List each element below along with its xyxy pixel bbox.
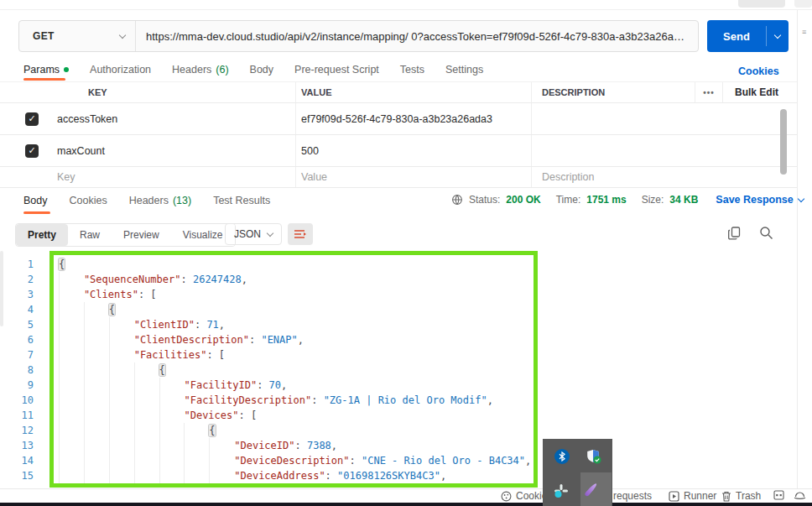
more-actions-icon[interactable]: •••	[695, 82, 722, 102]
pane-divider	[797, 10, 798, 488]
line-number: 13	[0, 438, 45, 453]
more-options-icon[interactable]: ≡	[802, 30, 809, 34]
line-number: 10	[0, 393, 45, 408]
tab-response-body[interactable]: Body	[23, 195, 48, 206]
tab-test-results[interactable]: Test Results	[213, 195, 270, 206]
url-text: https://mma-dev.cloud.studio/api/v2/inst…	[146, 30, 688, 43]
tab-settings[interactable]: Settings	[445, 64, 483, 76]
tab-test-results-label: Test Results	[213, 195, 270, 206]
trash-button[interactable]: Trash	[721, 490, 761, 502]
copy-response-button[interactable]	[728, 227, 741, 240]
save-response-button[interactable]: Save Response	[716, 194, 803, 206]
code-line: 13"DeviceID": 7388,	[0, 438, 789, 453]
tab-prerequest-script[interactable]: Pre-request Script	[294, 64, 379, 76]
param-description[interactable]	[531, 135, 695, 166]
bootcamp-button[interactable]	[794, 490, 806, 500]
line-number: 5	[0, 317, 45, 332]
code-line: 15"DeviceAddress": "01698126SKYB4C3",	[0, 468, 789, 483]
param-value-placeholder[interactable]: Value	[295, 167, 531, 187]
send-options-button[interactable]	[767, 35, 789, 38]
response-tabs: Body Cookies Headers (13) Test Results	[23, 195, 270, 206]
send-button[interactable]: Send	[707, 20, 789, 52]
runner-button[interactable]: Runner	[669, 490, 716, 502]
tab-headers[interactable]: Headers (6)	[172, 64, 229, 76]
tab-response-body-label: Body	[23, 195, 48, 206]
status-label: Status:	[469, 194, 500, 206]
tab-headers-label: Headers	[172, 64, 211, 76]
code-line: 9"FacilityID": 70,	[0, 378, 789, 393]
method-label: GET	[33, 30, 55, 42]
param-row: maxCount 500	[0, 135, 797, 167]
send-label: Send	[707, 30, 766, 43]
tab-tests[interactable]: Tests	[400, 64, 424, 76]
param-row: accessToken ef79f09d-526f-4c79-830a-a3b2…	[0, 103, 797, 135]
tab-settings-label: Settings	[445, 64, 483, 76]
view-tab-raw[interactable]: Raw	[68, 224, 112, 246]
status-value: 200 OK	[506, 194, 540, 206]
tab-body-label: Body	[250, 64, 274, 76]
param-value[interactable]: 500	[295, 135, 531, 166]
param-description-placeholder[interactable]: Description	[531, 167, 695, 187]
time-value: 1751 ms	[586, 194, 626, 206]
param-key[interactable]: accessToken	[52, 113, 295, 125]
params-header-row: KEY VALUE DESCRIPTION ••• Bulk Edit	[0, 81, 797, 103]
request-tabs: Params Authorization Headers (6) Body Pr…	[23, 64, 483, 76]
helmet-icon	[794, 490, 806, 500]
chevron-down-icon	[267, 229, 273, 236]
cookie-icon	[501, 491, 512, 502]
param-key-placeholder[interactable]: Key	[52, 171, 295, 183]
view-tab-preview[interactable]: Preview	[112, 224, 171, 246]
col-header-value: VALUE	[295, 82, 531, 102]
code-line: 6"ClientDescription": "ENAP",	[0, 332, 789, 347]
security-shield-icon[interactable]	[586, 449, 602, 465]
response-body-code[interactable]: 1{2"SequenceNumber": 26247428,3"Clients"…	[0, 257, 789, 483]
tray-hover-highlight	[580, 472, 612, 506]
line-number: 12	[0, 423, 45, 438]
tab-response-cookies[interactable]: Cookies	[70, 195, 107, 206]
code-line: 8{	[0, 363, 789, 378]
checkbox-checked-icon[interactable]	[25, 112, 39, 126]
capture-requests-button[interactable]: requests	[613, 490, 652, 502]
param-description[interactable]	[531, 103, 695, 134]
line-number: 7	[0, 347, 45, 363]
params-green-dot-icon	[64, 67, 69, 72]
code-line: 4{	[0, 302, 789, 317]
slack-icon[interactable]	[554, 483, 569, 498]
capture-requests-label: requests	[613, 490, 652, 502]
response-view-tabs: Pretty Raw Preview Visualize	[15, 223, 236, 247]
tab-response-headers[interactable]: Headers (13)	[129, 195, 191, 206]
param-key[interactable]: maxCount	[52, 145, 295, 157]
code-line: 2"SequenceNumber": 26247428,	[0, 272, 789, 287]
tab-authorization[interactable]: Authorization	[90, 64, 151, 76]
active-tab-underline	[23, 211, 50, 214]
line-number: 6	[0, 332, 45, 347]
bluetooth-icon[interactable]	[554, 449, 570, 464]
tab-body[interactable]: Body	[250, 64, 274, 76]
code-line: 7"Facilities": [	[0, 347, 789, 363]
system-tray-flyout	[543, 439, 612, 506]
beautify-button[interactable]	[288, 223, 313, 245]
url-input[interactable]: https://mma-dev.cloud.studio/api/v2/inst…	[136, 21, 698, 51]
params-table: KEY VALUE DESCRIPTION ••• Bulk Edit acce…	[0, 81, 797, 188]
window-bottom-edge	[0, 503, 812, 506]
chevron-down-icon	[798, 195, 804, 201]
checkbox-checked-icon[interactable]	[25, 144, 39, 158]
bulk-edit-button[interactable]: Bulk Edit	[722, 82, 797, 102]
search-response-button[interactable]	[759, 226, 773, 240]
col-header-key: KEY	[52, 87, 295, 97]
vertical-scrollbar[interactable]	[780, 109, 787, 175]
cookies-link[interactable]: Cookies	[738, 65, 779, 77]
footer-status-bar: Cookies requests Runner Trash	[0, 488, 812, 503]
method-select[interactable]: GET	[19, 21, 136, 51]
line-number: 1	[0, 257, 45, 272]
tab-prerequest-label: Pre-request Script	[294, 64, 379, 76]
two-pane-view-button[interactable]	[773, 490, 784, 500]
two-pane-icon	[773, 490, 784, 500]
tab-params[interactable]: Params	[23, 64, 69, 76]
col-header-description: DESCRIPTION	[531, 82, 695, 102]
param-value[interactable]: ef79f09d-526f-4c79-830a-a3b23a26ada3	[295, 103, 531, 134]
format-select[interactable]: JSON	[225, 223, 282, 245]
view-tab-pretty[interactable]: Pretty	[16, 224, 68, 246]
active-tab-underline	[23, 78, 65, 81]
network-globe-icon[interactable]	[451, 194, 463, 206]
